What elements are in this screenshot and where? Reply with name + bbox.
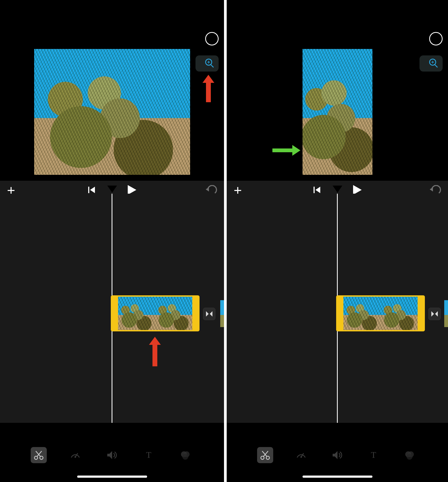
svg-marker-5	[210, 311, 212, 317]
help-button[interactable]	[205, 32, 219, 45]
magnifier-plus-icon[interactable]	[205, 59, 215, 68]
filters-tab[interactable]	[177, 447, 193, 463]
svg-marker-12	[107, 451, 112, 459]
svg-rect-0	[88, 187, 89, 193]
svg-rect-17	[314, 187, 315, 193]
pinch-to-zoom-tip[interactable]	[419, 55, 443, 72]
svg-marker-1	[90, 187, 95, 193]
timeline[interactable]	[227, 194, 448, 423]
cut-tab[interactable]	[257, 447, 273, 463]
preview-viewport[interactable]	[0, 49, 224, 178]
volume-tab[interactable]	[104, 447, 120, 463]
clip-trim-handle-left[interactable]	[112, 297, 118, 330]
svg-text:T: T	[146, 450, 151, 460]
selected-clip[interactable]	[111, 295, 200, 331]
preview-viewport[interactable]	[227, 49, 448, 178]
screenshot-right: +	[224, 0, 448, 482]
svg-point-16	[182, 454, 188, 460]
speed-tab[interactable]	[67, 447, 83, 463]
svg-marker-20	[430, 187, 433, 192]
svg-marker-2	[128, 185, 136, 195]
speed-tab[interactable]	[293, 447, 309, 463]
magnifier-plus-icon[interactable]	[429, 59, 439, 68]
svg-marker-3	[206, 187, 209, 192]
svg-marker-4	[206, 311, 209, 317]
volume-tab[interactable]	[329, 447, 345, 463]
transition-button[interactable]	[428, 308, 441, 320]
svg-point-28	[300, 456, 302, 458]
titles-tab[interactable]: T	[141, 447, 157, 463]
help-button[interactable]	[429, 32, 443, 45]
timeline[interactable]	[0, 194, 224, 423]
annotation-arrow-selected-clip	[152, 344, 157, 366]
titles-tab[interactable]: T	[365, 447, 382, 463]
tool-tabs: T	[227, 447, 448, 463]
clip-thumbnails	[118, 297, 192, 330]
tool-tabs: T	[0, 447, 224, 463]
preview-canvas[interactable]	[34, 49, 190, 175]
annotation-arrow-fitted-preview	[272, 148, 293, 152]
preview-photo	[34, 49, 190, 175]
top-bar	[0, 30, 224, 48]
clip-trim-handle-right[interactable]	[418, 297, 424, 330]
pinch-to-zoom-tip[interactable]	[195, 55, 219, 72]
clip-trim-handle-right[interactable]	[192, 297, 198, 330]
svg-marker-22	[435, 311, 438, 317]
top-bar	[227, 30, 448, 48]
svg-text:T: T	[371, 450, 376, 460]
svg-point-33	[407, 454, 413, 460]
home-indicator[interactable]	[77, 476, 147, 478]
playhead-marker-icon	[333, 186, 342, 193]
playhead-marker-icon	[107, 186, 117, 193]
next-clip-peek[interactable]	[444, 300, 448, 327]
annotation-arrow-zoom-icon	[206, 82, 211, 102]
selected-clip[interactable]	[336, 295, 425, 331]
preview-photo	[303, 49, 372, 175]
home-indicator[interactable]	[303, 476, 372, 478]
cut-tab[interactable]	[31, 447, 47, 463]
clip-trim-handle-left[interactable]	[337, 297, 343, 330]
svg-marker-19	[353, 185, 362, 195]
svg-marker-18	[315, 187, 320, 193]
svg-point-11	[74, 456, 76, 458]
svg-marker-21	[431, 311, 434, 317]
screenshot-left: +	[0, 0, 224, 482]
next-clip-peek[interactable]	[220, 300, 224, 327]
transition-button[interactable]	[203, 308, 215, 320]
svg-marker-29	[333, 451, 337, 459]
clip-thumbnails	[343, 297, 418, 330]
filters-tab[interactable]	[401, 447, 418, 463]
preview-canvas[interactable]	[303, 49, 372, 175]
